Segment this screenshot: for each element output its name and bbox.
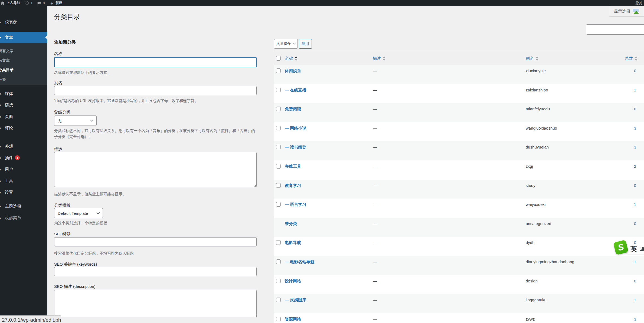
column-header-slug[interactable]: 别名 (526, 52, 538, 65)
sidebar-item-plugins[interactable]: ● 插件 1 (0, 152, 47, 163)
category-count-link[interactable]: 0 (609, 68, 636, 73)
category-description: — (373, 183, 377, 188)
category-count-link[interactable]: 3 (609, 317, 636, 321)
submenu-item-tags[interactable]: 标签 (0, 75, 47, 84)
sidebar-item-dashboard[interactable]: ● 仪表盘 (0, 17, 47, 28)
category-slug-input[interactable] (54, 86, 257, 95)
row-checkbox[interactable] (276, 279, 281, 283)
category-name-link[interactable]: 未分类 (285, 221, 297, 226)
row-checkbox[interactable] (276, 202, 281, 207)
sidebar-item-media[interactable]: ● 媒体 (0, 88, 47, 99)
submenu-item-new-post[interactable]: 写文章 (0, 56, 47, 65)
category-name-link[interactable]: 教育学习 (285, 183, 301, 188)
category-count-link[interactable]: 1 (609, 259, 636, 264)
row-checkbox[interactable] (276, 298, 281, 302)
sidebar-item-posts[interactable]: ● 文章 (0, 32, 47, 43)
category-name-link[interactable]: — 在线直播 (285, 88, 306, 93)
category-count-link[interactable]: 0 (609, 183, 636, 188)
row-checkbox[interactable] (276, 126, 281, 130)
category-name-link[interactable]: 设计网站 (285, 279, 301, 284)
settings-icon: ● (0, 190, 4, 195)
category-slug: dydh (526, 240, 535, 245)
category-name-link[interactable]: 在线工具 (285, 164, 301, 169)
row-checkbox[interactable] (276, 259, 281, 264)
seo-keywords-label: SEO 关键字 (keywords) (54, 262, 97, 267)
seo-title-help: 搜索引擎优化自定义标题，不填写即为默认标题 (54, 250, 257, 256)
column-header-description[interactable]: 描述 (373, 52, 385, 65)
collapse-menu-button[interactable]: ● 收起菜单 (0, 212, 47, 224)
row-checkbox[interactable] (276, 240, 281, 245)
apply-button[interactable]: 应用 (299, 39, 312, 49)
sidebar-item-settings[interactable]: ● 设置 (0, 187, 47, 198)
category-name-link[interactable]: — 读书阅览 (285, 145, 306, 150)
comments-menu-item[interactable]: 0 (35, 0, 47, 6)
sidebar-item-tools[interactable]: ● 工具 (0, 175, 47, 187)
row-checkbox[interactable] (276, 88, 281, 92)
howdy-label[interactable]: 您好， (636, 0, 644, 6)
row-checkbox[interactable] (276, 68, 281, 73)
links-icon: ● (0, 103, 4, 107)
ime-indicator: 英 S (614, 241, 644, 255)
category-count-link[interactable]: 1 (609, 88, 636, 92)
sidebar-item-users[interactable]: ● 用户 (0, 164, 47, 175)
category-count-link[interactable]: 3 (609, 145, 636, 149)
dashboard-icon: ● (0, 20, 4, 24)
category-count-link[interactable]: 1 (609, 202, 636, 207)
plugins-update-badge: 1 (15, 155, 20, 160)
seo-description-textarea[interactable] (54, 290, 257, 318)
submenu-item-categories[interactable]: 分类目录 (0, 65, 47, 75)
select-all-checkbox[interactable] (276, 56, 281, 61)
site-menu-item[interactable]: 上古导航 (0, 0, 23, 6)
category-name-link[interactable]: 资源网站 (285, 317, 301, 322)
seo-keywords-input[interactable] (54, 267, 257, 276)
sidebar-item-comments[interactable]: ● 评论 (0, 122, 47, 134)
category-slug: dianyingmingzhandaohang (526, 259, 574, 264)
category-description-textarea[interactable] (54, 152, 257, 187)
category-count-link[interactable]: 0 (609, 107, 636, 111)
sidebar-item-theme-options[interactable]: ● 主题选项 (0, 200, 47, 212)
search-categories-input[interactable] (586, 24, 644, 35)
category-template-select[interactable]: Default Template (54, 208, 103, 218)
updates-menu-item[interactable]: 1 (23, 0, 35, 6)
category-description: — (373, 279, 377, 283)
submenu-item-all-posts[interactable]: 所有文章 (0, 46, 47, 56)
column-header-name[interactable]: 名称 (285, 52, 298, 65)
seo-title-input[interactable] (54, 237, 257, 246)
category-name-link[interactable]: 免费阅读 (285, 107, 301, 112)
row-checkbox[interactable] (276, 164, 281, 169)
row-checkbox[interactable] (276, 145, 281, 149)
category-count-link[interactable]: 0 (609, 279, 636, 283)
posts-icon: ● (0, 35, 4, 39)
category-count-link[interactable]: 0 (609, 221, 636, 226)
category-count-link[interactable]: 2 (609, 164, 636, 169)
sidebar-item-appearance[interactable]: ● 外观 (0, 141, 47, 152)
template-label: 分类模板 (54, 203, 70, 208)
bulk-actions-select[interactable]: 批量操作 (274, 39, 298, 49)
updates-count: 1 (31, 1, 32, 5)
screen-options-button[interactable]: 显示选项 (609, 6, 644, 17)
category-name-link[interactable]: — 语言学习 (285, 202, 306, 207)
category-name-link[interactable]: 休闲娱乐 (285, 68, 301, 74)
row-checkbox[interactable] (276, 107, 281, 111)
updates-icon (25, 1, 29, 5)
category-count-link[interactable]: 1 (609, 298, 636, 302)
sidebar-item-pages[interactable]: ● 页面 (0, 111, 47, 122)
ime-panel[interactable]: 英 (626, 244, 644, 254)
table-row: — 灵感图库 — linggantuku 1 (274, 294, 644, 313)
new-content-menu-item[interactable]: ＋ 新建 (47, 0, 65, 6)
category-name-link[interactable]: — 灵感图库 (285, 298, 306, 303)
category-name-link[interactable]: — 电影名站导航 (285, 259, 314, 265)
parent-category-help: 分类和标签不同，它可以有层级关系。您可以有一个名为『音乐』的分类，在该分类下可以… (54, 128, 257, 140)
category-count-link[interactable]: 3 (609, 126, 636, 130)
row-checkbox[interactable] (276, 317, 281, 321)
category-name-link[interactable]: — 网络小说 (285, 126, 306, 131)
category-name-input[interactable] (54, 57, 257, 67)
parent-category-select[interactable]: 无 (54, 116, 97, 126)
page-title: 分类目录 (54, 12, 80, 21)
table-row: 电影导航 — dydh 0 (274, 237, 644, 256)
sidebar-item-links[interactable]: ● 链接 (0, 99, 47, 111)
category-slug: design (526, 279, 538, 283)
column-header-count[interactable]: 总数 (625, 52, 638, 65)
category-name-link[interactable]: 电影导航 (285, 240, 301, 245)
row-checkbox[interactable] (276, 183, 281, 188)
